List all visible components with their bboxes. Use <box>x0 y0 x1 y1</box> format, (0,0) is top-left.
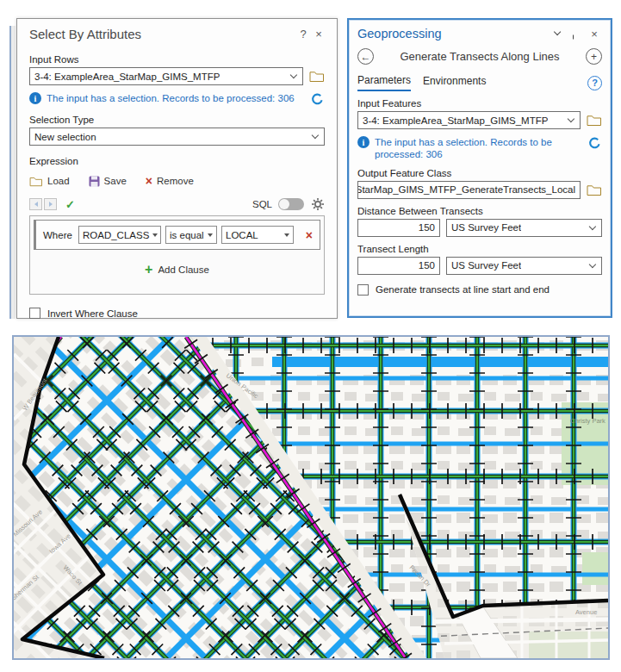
browse-folder-icon[interactable] <box>309 70 325 83</box>
chevron-down-icon <box>568 115 574 122</box>
output-feature-class-value: ea_StarMap_GIMS_MTFP_GenerateTransects_L… <box>357 184 575 195</box>
toggle-knob <box>279 199 289 209</box>
geoprocessing-pane: Geoprocessing × ← Generate Transects Alo… <box>347 18 612 318</box>
save-button[interactable]: Save <box>89 176 127 187</box>
load-button[interactable]: Load <box>29 176 70 187</box>
value-value: LOCAL <box>226 230 258 240</box>
output-feature-class-input[interactable]: ea_StarMap_GIMS_MTFP_GenerateTransects_L… <box>357 181 581 199</box>
remove-x-icon: × <box>146 174 152 188</box>
length-unit-dropdown[interactable]: US Survey Feet <box>446 257 602 275</box>
add-to-model-icon[interactable]: + <box>586 48 602 65</box>
sql-toggle[interactable] <box>278 198 304 210</box>
output-feature-class-label: Output Feature Class <box>357 168 602 178</box>
info-icon: i <box>357 136 369 148</box>
transect-length-input[interactable]: 150 <box>357 257 440 275</box>
tab-bar: Parameters Environments ? <box>357 74 602 91</box>
pane-edge-strip <box>11 26 16 319</box>
remove-label: Remove <box>157 176 194 186</box>
operator-dropdown[interactable]: is equal <box>165 226 217 244</box>
plus-icon: + <box>145 262 152 277</box>
input-rows-value: 3-4: ExampleArea_StarMap_GIMS_MTFP <box>34 72 220 82</box>
chevron-down-icon <box>290 72 297 78</box>
browse-folder-icon[interactable] <box>587 114 602 127</box>
gear-icon[interactable] <box>311 197 325 211</box>
help-icon[interactable]: ? <box>295 28 311 40</box>
invert-where-label: Invert Where Clause <box>47 308 138 319</box>
add-clause-label: Add Clause <box>158 264 208 275</box>
sql-label: SQL <box>252 199 272 209</box>
input-features-value: 3-4: ExampleArea_StarMap_GIMS_MTFP <box>363 115 548 126</box>
refresh-icon[interactable] <box>587 136 602 151</box>
browse-folder-icon[interactable] <box>587 184 602 196</box>
verify-check-icon[interactable]: ✓ <box>65 198 75 211</box>
operator-value: is equal <box>170 230 204 240</box>
tool-title: Generate Transects Along Lines <box>374 50 586 63</box>
selection-type-label: Selection Type <box>29 115 325 125</box>
save-label: Save <box>104 176 127 186</box>
distance-value-input[interactable]: 150 <box>357 219 440 237</box>
distance-value: 150 <box>419 222 435 233</box>
distance-unit-dropdown[interactable]: US Survey Feet <box>446 219 602 237</box>
selection-type-value: New selection <box>34 132 96 142</box>
expression-controls-row: ✓ SQL <box>29 197 325 211</box>
delete-clause-icon[interactable]: × <box>306 228 313 242</box>
generate-endpoints-label: Generate transects at line start and end <box>376 284 550 295</box>
map-svg: W BeaumontUnion PacificMissouri AveIowa … <box>14 337 608 658</box>
input-rows-label: Input Rows <box>29 54 325 65</box>
selection-info-text: The input has a selection. Records to be… <box>375 136 571 161</box>
invert-where-checkbox[interactable] <box>29 308 40 319</box>
pane-header: Geoprocessing × <box>357 27 602 40</box>
dropdown-arrow-icon <box>208 233 213 237</box>
generate-endpoints-checkbox[interactable] <box>357 284 369 296</box>
selection-type-combo[interactable]: New selection <box>29 128 325 146</box>
info-icon: i <box>29 92 41 104</box>
field-value: ROAD_CLASS <box>83 230 149 240</box>
field-dropdown[interactable]: ROAD_CLASS <box>78 226 161 244</box>
add-clause-button[interactable]: + Add Clause <box>34 262 320 277</box>
chevron-down-icon <box>312 132 319 139</box>
map-street-label: Avenue <box>575 608 597 616</box>
close-icon[interactable]: × <box>311 28 326 40</box>
where-label: Where <box>43 230 74 240</box>
input-rows-combo[interactable]: 3-4: ExampleArea_StarMap_GIMS_MTFP <box>29 67 303 85</box>
dialog-title-bar: Select By Attributes ? × <box>17 19 337 41</box>
back-arrow-icon[interactable]: ← <box>357 48 374 65</box>
refresh-icon[interactable] <box>310 92 325 107</box>
where-clause-row: Where ROAD_CLASS is equal LOCAL × <box>34 220 320 250</box>
distance-unit-value: US Survey Feet <box>451 222 521 233</box>
app-window: Select By Attributes ? × Input Rows 3-4:… <box>0 0 621 672</box>
expression-toolbar: Load Save × Remove <box>29 174 325 188</box>
chevron-down-icon <box>589 261 596 268</box>
map-street-label: Christy Park <box>570 417 605 425</box>
expression-builder: Where ROAD_CLASS is equal LOCAL × + Add … <box>29 215 325 295</box>
tab-environments[interactable]: Environments <box>423 75 486 90</box>
dialog-title: Select By Attributes <box>29 27 295 41</box>
length-unit-value: US Survey Feet <box>451 260 521 271</box>
distance-label: Distance Between Transects <box>357 206 602 216</box>
arrow-left-icon <box>34 202 38 207</box>
pane-title: Geoprocessing <box>357 27 555 40</box>
chevron-down-icon[interactable] <box>554 28 562 36</box>
selection-info-text: The input has a selection. Records to be… <box>47 92 305 104</box>
expression-label: Expression <box>29 156 325 166</box>
help-icon[interactable]: ? <box>587 76 602 90</box>
close-icon[interactable]: × <box>587 28 602 40</box>
save-icon <box>89 176 100 187</box>
transect-length-value: 150 <box>419 260 435 271</box>
transect-length-label: Transect Length <box>357 244 602 254</box>
tool-header: ← Generate Transects Along Lines + <box>357 48 602 65</box>
load-label: Load <box>47 176 70 186</box>
pin-icon[interactable] <box>568 28 578 40</box>
value-dropdown[interactable]: LOCAL <box>221 226 294 244</box>
load-folder-icon <box>29 176 43 187</box>
remove-button[interactable]: × Remove <box>146 174 194 188</box>
map-view[interactable]: W BeaumontUnion PacificMissouri AveIowa … <box>12 335 610 660</box>
nav-back-button[interactable] <box>29 198 42 210</box>
dropdown-arrow-icon <box>152 233 158 237</box>
input-features-label: Input Features <box>357 98 602 109</box>
input-features-combo[interactable]: 3-4: ExampleArea_StarMap_GIMS_MTFP <box>357 111 581 129</box>
dropdown-arrow-icon <box>284 233 289 237</box>
nav-forward-button[interactable] <box>44 198 57 210</box>
tab-parameters[interactable]: Parameters <box>357 74 411 91</box>
arrow-right-icon <box>49 202 53 207</box>
